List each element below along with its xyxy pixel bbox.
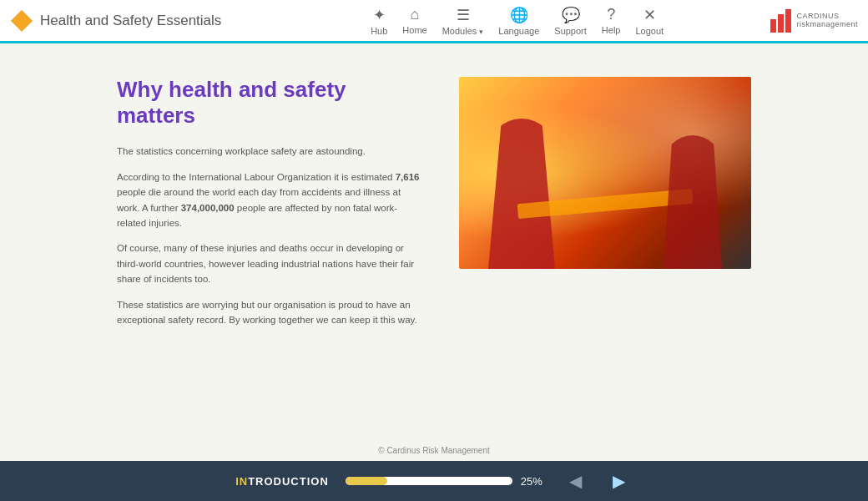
svg-marker-0 xyxy=(11,10,32,31)
progress-bar-background xyxy=(346,477,512,485)
section-prefix: IN xyxy=(235,475,248,488)
modules-label: Modules xyxy=(442,26,477,36)
app-title: Health and Safety Essentials xyxy=(40,13,221,29)
diamond-logo-icon xyxy=(10,9,33,33)
nav-language[interactable]: 🌐 Language xyxy=(498,6,539,36)
bottom-navigation-bar: INTRODUCTION 25% ◀ ▶ xyxy=(0,461,868,501)
paragraph-3: Of course, many of these injuries and de… xyxy=(117,240,426,286)
help-icon: ? xyxy=(607,6,615,23)
top-navigation: Health and Safety Essentials ✦ Hub ⌂ Hom… xyxy=(0,0,868,43)
footer-copyright: © Cardinus Risk Management xyxy=(0,446,868,455)
section-suffix: TRODUCTION xyxy=(248,475,329,488)
language-label: Language xyxy=(498,26,539,36)
paragraph-2: According to the International Labour Or… xyxy=(117,170,426,231)
copyright-text: Cardinus Risk Management xyxy=(386,446,489,455)
hub-icon: ✦ xyxy=(373,6,386,24)
brand-name: CARDINUS riskmanagement xyxy=(796,13,858,29)
bold-stat-2: 374,000,000 xyxy=(181,203,235,213)
image-section xyxy=(459,77,751,436)
prev-arrow-icon: ◀ xyxy=(569,471,582,491)
section-label: INTRODUCTION xyxy=(235,475,329,488)
copyright-icon: © xyxy=(378,446,384,455)
page-heading: Why health and safety matters xyxy=(117,77,426,129)
paragraph-4: These statistics are worrying but our or… xyxy=(117,297,426,328)
home-label: Home xyxy=(402,25,426,35)
language-icon: 🌐 xyxy=(510,6,528,24)
nav-modules[interactable]: ☰ Modules ▾ xyxy=(442,6,484,36)
support-label: Support xyxy=(554,26,587,36)
progress-percentage: 25% xyxy=(521,475,546,488)
help-label: Help xyxy=(602,25,621,35)
home-icon: ⌂ xyxy=(411,6,420,23)
content-image xyxy=(459,77,751,269)
nav-help[interactable]: ? Help xyxy=(602,6,621,35)
bold-stat-1: 7,616 xyxy=(396,172,420,182)
nav-hub[interactable]: ✦ Hub xyxy=(371,6,387,36)
progress-bar-fill xyxy=(346,477,387,485)
nav-home[interactable]: ⌂ Home xyxy=(402,6,426,35)
modules-icon: ☰ xyxy=(457,6,470,24)
previous-button[interactable]: ◀ xyxy=(563,468,589,494)
brand-bar-2 xyxy=(778,14,784,33)
nav-items-list: ✦ Hub ⌂ Home ☰ Modules ▾ 🌐 Language 💬 Su… xyxy=(264,6,771,36)
brand-bars-icon xyxy=(770,9,791,33)
progress-container: 25% xyxy=(346,475,546,488)
nav-support[interactable]: 💬 Support xyxy=(554,6,587,36)
logo-area: Health and Safety Essentials xyxy=(10,9,264,33)
next-arrow-icon: ▶ xyxy=(613,471,625,491)
brand-subtitle-text: riskmanagement xyxy=(796,21,858,29)
logout-label: Logout xyxy=(635,26,664,36)
logout-icon: ✕ xyxy=(643,6,656,24)
paragraph-1: The statistics concerning workplace safe… xyxy=(117,144,426,159)
person-figure-left xyxy=(488,119,555,269)
next-button[interactable]: ▶ xyxy=(606,468,633,494)
brand-logo: CARDINUS riskmanagement xyxy=(770,9,858,33)
hub-label: Hub xyxy=(371,26,387,36)
modules-label-wrap: Modules ▾ xyxy=(442,26,484,36)
person-figure-right xyxy=(664,135,722,269)
nav-logout[interactable]: ✕ Logout xyxy=(635,6,664,36)
support-icon: 💬 xyxy=(562,6,580,24)
brand-bar-3 xyxy=(785,9,791,33)
modules-dropdown-arrow: ▾ xyxy=(479,28,483,36)
brand-bar-1 xyxy=(770,19,776,33)
text-section: Why health and safety matters The statis… xyxy=(117,77,426,436)
main-content-area: Why health and safety matters The statis… xyxy=(0,43,868,453)
